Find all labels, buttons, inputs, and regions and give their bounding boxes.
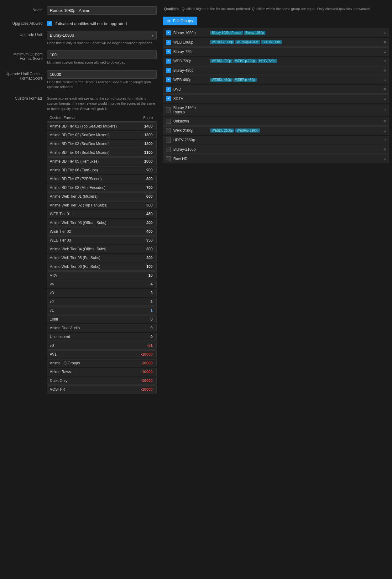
quality-menu-icon[interactable]: ≡ <box>384 87 386 92</box>
quality-menu-icon[interactable]: ≡ <box>384 40 386 45</box>
quality-tag: WEBRip-2160p <box>235 128 260 133</box>
cf-row: Anime Web Tier 01 (Muxers)600 <box>47 192 157 201</box>
quality-tag: Bluray-1080p Remux <box>210 31 243 35</box>
min-custom-label: Minimum Custom Format Score <box>3 50 47 61</box>
quality-row: SDTV≡ <box>163 94 389 103</box>
cf-row-score: -10000 <box>135 361 154 365</box>
cf-row-name: VRV <box>50 273 135 278</box>
cf-row-score: 400 <box>135 229 154 234</box>
quality-checkbox[interactable] <box>166 107 171 112</box>
quality-checkbox[interactable] <box>166 77 171 82</box>
min-custom-label-line1: Minimum Custom <box>3 52 43 56</box>
quality-row: Unknown≡ <box>163 117 389 126</box>
cf-row: WEB Tier 01450 <box>47 210 157 218</box>
cf-col-name: Custom Format <box>50 116 135 120</box>
quality-name: Bluray-1080p <box>173 31 208 35</box>
edit-groups-label: Edit Groups <box>173 19 193 23</box>
quality-checkbox[interactable] <box>166 40 171 45</box>
quality-tags: WEBDL-2160pWEBRip-2160p <box>210 128 381 133</box>
quality-menu-icon[interactable]: ≡ <box>384 138 386 143</box>
quality-checkbox[interactable] <box>166 68 171 73</box>
cf-row: v33 <box>47 289 157 297</box>
cf-row: Anime Web Tier 03 (Official Subs)400 <box>47 219 157 227</box>
upgrades-allowed-checkbox[interactable] <box>47 21 52 26</box>
left-panel: Name Upgrades Allowed If disabled qualit… <box>3 6 160 399</box>
min-custom-content: Minimum custom format score allowed to d… <box>47 50 157 65</box>
quality-menu-icon[interactable]: ≡ <box>384 107 386 112</box>
quality-name: Unknown <box>173 119 208 123</box>
cf-row-name: Uncensored <box>50 335 135 339</box>
quality-checkbox[interactable] <box>166 96 171 101</box>
cf-row-name: AV1 <box>50 352 135 357</box>
cf-table-header: Custom Format Score <box>47 114 157 122</box>
cf-row: Anime LQ Groups-10000 <box>47 359 157 367</box>
cf-row-score: -10000 <box>135 370 154 374</box>
quality-menu-icon[interactable]: ≡ <box>384 156 386 161</box>
cf-row-score: 500 <box>135 203 154 207</box>
quality-menu-icon[interactable]: ≡ <box>384 49 386 54</box>
quality-tag: HDTV-1080p <box>261 40 282 44</box>
edit-groups-button[interactable]: ✏ Edit Groups <box>163 17 197 25</box>
cf-row: Anime Web Tier 02 (Top FanSubs)500 <box>47 201 157 209</box>
quality-checkbox[interactable] <box>166 87 171 92</box>
quality-checkbox[interactable] <box>166 147 171 152</box>
quality-checkbox[interactable] <box>166 49 171 54</box>
cf-row: Anime BD Tier 05 (Remuxes)1000 <box>47 157 157 165</box>
cf-row-name: v1 <box>50 308 135 313</box>
cf-row-name: VOSTFR <box>50 387 135 392</box>
cf-row-name: Anime BD Tier 03 (SeaDex Muxers) <box>50 142 135 146</box>
quality-name: Bluray-480p <box>173 68 208 73</box>
cf-row-score: 100 <box>135 264 154 269</box>
cf-row-name: v0 <box>50 343 135 348</box>
upgrade-until-input[interactable] <box>47 31 157 39</box>
quality-menu-icon[interactable]: ≡ <box>384 96 386 101</box>
quality-checkbox[interactable] <box>166 138 171 143</box>
cf-row-score: 1200 <box>135 142 154 146</box>
cf-row-score: 200 <box>135 256 154 260</box>
upgrade-until-hint: Once this quality is reached Sonarr will… <box>47 41 157 45</box>
upgrades-allowed-checkbox-row: If disabled qualities will not be upgrad… <box>47 21 157 26</box>
min-custom-input[interactable] <box>47 50 157 59</box>
cf-row-name: WEB Tier 02 <box>50 229 135 234</box>
quality-tag: WEBDL-720p <box>210 59 233 63</box>
quality-menu-icon[interactable]: ≡ <box>384 128 386 133</box>
quality-checkbox[interactable] <box>166 59 171 64</box>
quality-menu-icon[interactable]: ≡ <box>384 30 386 35</box>
quality-name: WEB 2160p <box>173 128 208 133</box>
cf-row-name: Anime Dual Audio <box>50 326 135 330</box>
quality-menu-icon[interactable]: ≡ <box>384 147 386 152</box>
quality-checkbox[interactable] <box>166 30 171 35</box>
cf-row: Anime Web Tier 05 (FanSubs)200 <box>47 254 157 262</box>
quality-menu-icon[interactable]: ≡ <box>384 59 386 64</box>
quality-checkbox[interactable] <box>166 119 171 124</box>
quality-menu-icon[interactable]: ≡ <box>384 77 386 82</box>
cf-row: Anime BD Tier 01 (Top SeaDex Muxers)1400 <box>47 122 157 130</box>
quality-rows: Bluray-1080pBluray-1080p RemuxBluray-108… <box>163 29 389 163</box>
quality-menu-icon[interactable]: ≡ <box>384 119 386 124</box>
cf-row-name: Anime Web Tier 02 (Top FanSubs) <box>50 203 135 207</box>
cf-row: Anime BD Tier 06 (FanSubs)900 <box>47 166 157 174</box>
quality-tag: Bluray-1080p <box>244 31 265 35</box>
cf-row-score: 0 <box>135 335 154 339</box>
quality-tag: WEBRip-720p <box>233 59 256 63</box>
custom-formats-label: Custom Formats <box>3 95 47 101</box>
cf-description: Sonarr scores each release using the sum… <box>47 96 157 112</box>
quality-row: HDTV-2160p≡ <box>163 136 389 144</box>
upgrade-until-content: ▼ Once this quality is reached Sonarr wi… <box>47 31 157 45</box>
quality-name: Bluray-720p <box>173 50 208 54</box>
main-container: Name Upgrades Allowed If disabled qualit… <box>0 0 392 405</box>
cf-row-name: Anime Web Tier 05 (FanSubs) <box>50 256 135 260</box>
cf-row-score: 10 <box>135 273 154 278</box>
quality-row: Bluray-1080pBluray-1080p RemuxBluray-108… <box>163 29 389 37</box>
cf-row-score: 3 <box>135 291 154 295</box>
upgrades-allowed-row: Upgrades Allowed If disabled qualities w… <box>3 20 157 26</box>
name-content <box>47 6 157 15</box>
quality-tags: Bluray-1080p RemuxBluray-1080p <box>210 31 381 35</box>
quality-row: WEB 480pWEBDL-480pWEBRip-480p≡ <box>163 76 389 84</box>
quality-menu-icon[interactable]: ≡ <box>384 68 386 73</box>
upgrade-custom-input[interactable] <box>47 70 157 79</box>
name-input[interactable] <box>47 6 157 15</box>
quality-checkbox[interactable] <box>166 156 171 161</box>
quality-row: WEB 2160pWEBDL-2160pWEBRip-2160p≡ <box>163 126 389 135</box>
quality-checkbox[interactable] <box>166 128 171 133</box>
